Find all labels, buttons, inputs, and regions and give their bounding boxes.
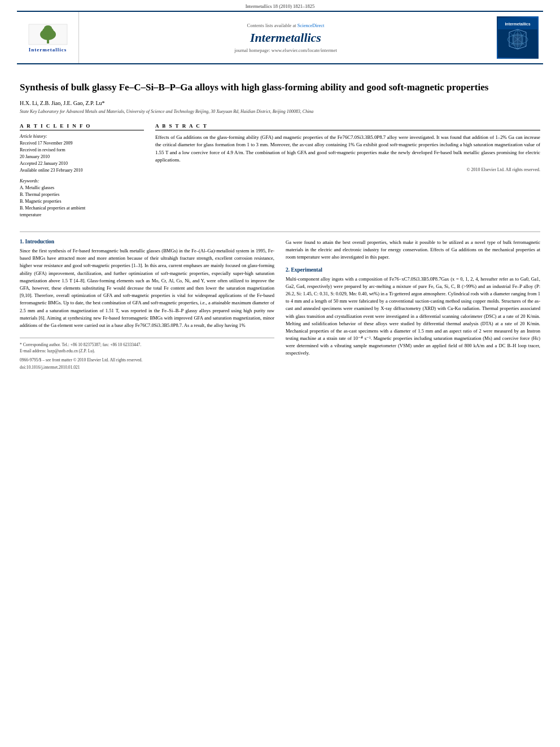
intro-body-text: Since the first synthesis of Fe-based fe… (20, 247, 274, 329)
article-info-column: A R T I C L E I N F O Article history: R… (20, 123, 144, 223)
abstract-column: A B S T R A C T Effects of Ga additions … (155, 123, 540, 223)
doi-text: doi:10.1016/j.intermet.2010.01.021 (20, 365, 274, 370)
keyword-3: B. Magnetic properties (20, 198, 144, 205)
history-label: Article history: (20, 134, 144, 139)
revised-date: 20 January 2010 (20, 154, 144, 160)
journal-header: Intermetallics Contents lists available … (17, 11, 543, 64)
intro-section-title: 1. Introduction (20, 239, 274, 244)
experimental-section-title: 2. Experimental (286, 267, 540, 273)
sciencedirect-link[interactable]: ScienceDirect (298, 23, 325, 28)
intro-continuation: Ga were found to attain the best overall… (286, 239, 540, 261)
introduction-column: 1. Introduction Since the first synthesi… (20, 239, 274, 370)
elsevier-logo: Intermetallics (28, 23, 68, 53)
email-note: E-mail address: luzp@ustb.edu.cn (Z.P. L… (20, 348, 274, 354)
body-content: 1. Introduction Since the first synthesi… (20, 239, 540, 370)
revised-label: Received in revised form (20, 147, 144, 154)
elsevier-logo-container: Intermetallics (17, 12, 79, 63)
contents-text: Contents lists available at (247, 23, 296, 28)
journal-homepage: journal homepage: www.elsevier.com/locat… (234, 47, 337, 53)
footnote-section: * Corresponding author. Tel.: +86 10 823… (20, 338, 274, 370)
keywords-label: Keywords: (20, 178, 144, 184)
abstract-header: A B S T R A C T (155, 123, 540, 130)
elsevier-logo-graphic (28, 23, 68, 46)
keywords-group: Keywords: A. Metallic glasses B. Thermal… (20, 178, 144, 219)
intermetallics-logo-image: Intermetallics (498, 18, 537, 58)
article-info-header: A R T I C L E I N F O (20, 123, 144, 130)
experimental-column: Ga were found to attain the best overall… (286, 239, 540, 370)
authors-line: H.X. Li, Z.B. Jiao, J.E. Gao, Z.P. Lu* (20, 100, 540, 106)
journal-citation: Intermetallics 18 (2010) 1821–1825 (246, 3, 315, 9)
sciencedirect-line: Contents lists available at ScienceDirec… (247, 23, 325, 28)
intermetallics-logo-box: Intermetallics (497, 16, 539, 59)
info-abstract-section: A R T I C L E I N F O Article history: R… (20, 123, 540, 223)
experimental-body-text: Multi-component alloy ingots with a comp… (286, 276, 540, 357)
corresponding-author-note: * Corresponding author. Tel.: +86 10 823… (20, 342, 274, 348)
journal-citation-bar: Intermetallics 18 (2010) 1821–1825 (0, 0, 560, 11)
keyword-4: B. Mechanical properties at ambient temp… (20, 205, 144, 219)
abstract-text: Effects of Ga additions on the glass-for… (155, 134, 540, 164)
received-date: Received 17 November 2009 (20, 140, 144, 147)
svg-point-4 (44, 25, 52, 31)
svg-text:Intermetallics: Intermetallics (505, 22, 530, 26)
issn-note: 0966-9795/$ – see front matter © 2010 El… (20, 357, 274, 363)
keyword-1: A. Metallic glasses (20, 185, 144, 191)
section-divider (20, 231, 540, 232)
online-date: Available online 23 February 2010 (20, 167, 144, 174)
page-wrapper: Intermetallics 18 (2010) 1821–1825 Inter… (0, 0, 560, 747)
keyword-2: B. Thermal properties (20, 191, 144, 198)
article-title: Synthesis of bulk glassy Fe–C–Si–B–P–Ga … (20, 81, 540, 94)
copyright-line: © 2010 Elsevier Ltd. All rights reserved… (155, 167, 540, 172)
journal-header-center: Contents lists available at ScienceDirec… (79, 12, 492, 63)
article-history-group: Article history: Received 17 November 20… (20, 134, 144, 174)
journal-logo-right: Intermetallics (492, 12, 543, 63)
affiliation-text: State Key Laboratory for Advanced Metals… (20, 108, 540, 115)
journal-name-header: Intermetallics (250, 30, 321, 45)
authors-text: H.X. Li, Z.B. Jiao, J.E. Gao, Z.P. Lu* (20, 100, 105, 106)
accepted-date: Accepted 22 January 2010 (20, 160, 144, 167)
elsevier-wordmark: Intermetallics (29, 47, 67, 53)
main-content: Synthesis of bulk glassy Fe–C–Si–B–P–Ga … (0, 64, 560, 381)
